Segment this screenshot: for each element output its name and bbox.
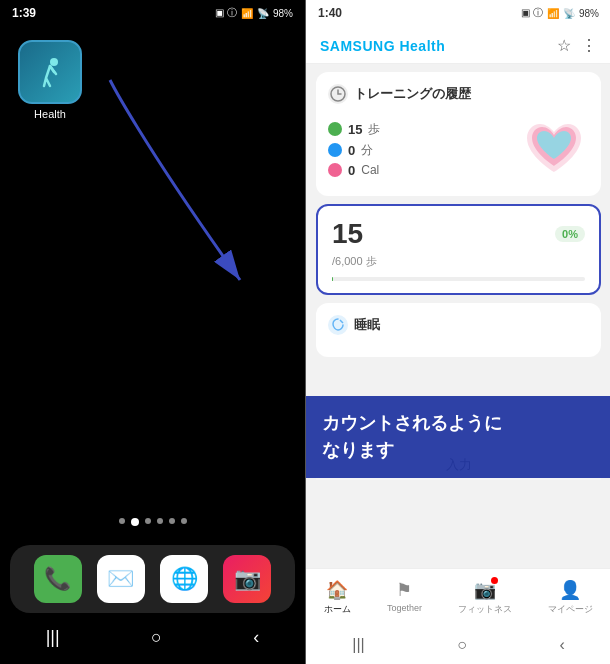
left-signal-icon: 📶 (241, 8, 253, 19)
steps-progress-fill (332, 277, 333, 281)
training-section: トレーニングの履歴 15 歩 0 分 0 (316, 72, 601, 196)
left-wifi-icon: 📡 (257, 8, 269, 19)
together-tab-icon: ⚑ (396, 579, 412, 601)
sleep-section-header: 睡眠 (328, 315, 589, 335)
health-text: Health (395, 38, 445, 54)
minutes-unit: 分 (361, 142, 373, 159)
nav-tab-home[interactable]: 🏠 ホーム (318, 577, 357, 618)
steps-progress-row: 15 0% (332, 218, 585, 250)
left-dock: 📞 ✉️ 🌐 📷 ||| ○ ‹ (0, 545, 305, 664)
right-signal-icon: 📶 (547, 8, 559, 19)
calories-dot (328, 163, 342, 177)
star-icon[interactable]: ☆ (557, 36, 571, 55)
right-nav-recent[interactable]: ||| (338, 634, 378, 656)
right-system-nav: ||| ○ ‹ (306, 628, 610, 664)
right-status-bar: 1:40 ▣ ⓘ 📶 📡 98% (306, 0, 610, 26)
minutes-dot (328, 143, 342, 157)
right-nav-home[interactable]: ○ (443, 634, 481, 656)
training-section-icon (328, 84, 348, 104)
annotation-overlay: カウントされるようになります (306, 396, 610, 478)
right-bottom-nav: 🏠 ホーム ⚑ Together 📷 フィットネス 👤 マイページ (306, 568, 610, 628)
steps-value: 15 (348, 122, 362, 137)
annotation-text: カウントされるようになります (322, 413, 502, 460)
left-battery: 98% (273, 8, 293, 19)
steps-dot (328, 122, 342, 136)
right-wifi-icon: 📡 (563, 8, 575, 19)
heart-graphic (519, 114, 589, 184)
calories-stat-row: 0 Cal (328, 163, 519, 178)
right-battery: 98% (579, 8, 599, 19)
left-nav-back[interactable]: ‹ (237, 623, 275, 652)
sleep-section-icon (328, 315, 348, 335)
right-status-icons: ▣ ⓘ 📶 📡 98% (521, 6, 599, 20)
left-notification-icons: ▣ ⓘ (215, 6, 237, 20)
nav-tab-mypage[interactable]: 👤 マイページ (542, 577, 599, 618)
right-notification-icons: ▣ ⓘ (521, 6, 543, 20)
nav-tab-together[interactable]: ⚑ Together (381, 577, 428, 618)
sleep-section: 睡眠 (316, 303, 601, 357)
heart-svg (519, 114, 589, 184)
dot-3 (145, 518, 151, 524)
training-section-header: トレーニングの履歴 (328, 84, 589, 104)
fitness-tab-icon: 📷 (474, 579, 496, 601)
health-app-graphic (30, 52, 70, 92)
calories-value: 0 (348, 163, 355, 178)
steps-unit: 歩 (368, 121, 380, 138)
dot-5 (169, 518, 175, 524)
left-nav-home[interactable]: ○ (135, 623, 178, 652)
dot-6 (181, 518, 187, 524)
page-dots (0, 510, 305, 534)
arrow-pointer (80, 60, 280, 340)
training-section-title: トレーニングの履歴 (354, 85, 471, 103)
left-panel: 1:39 ▣ ⓘ 📶 📡 98% Health (0, 0, 305, 664)
fitness-tab-label: フィットネス (458, 603, 512, 616)
dock-camera-app[interactable]: 📷 (223, 555, 271, 603)
minutes-stat-row: 0 分 (328, 142, 519, 159)
right-nav-back[interactable]: ‹ (545, 634, 578, 656)
dot-2 (131, 518, 139, 526)
samsung-text: SAMSUNG (320, 38, 395, 54)
right-app-header: SAMSUNG Health ☆ ⋮ (306, 26, 610, 64)
nav-tab-fitness[interactable]: 📷 フィットネス (452, 577, 518, 618)
steps-percent-badge: 0% (555, 226, 585, 242)
left-nav-bar: ||| ○ ‹ (0, 613, 305, 664)
app-dock: 📞 ✉️ 🌐 📷 (10, 545, 295, 613)
dock-mail-app[interactable]: ✉️ (97, 555, 145, 603)
left-time: 1:39 (12, 6, 36, 20)
health-app-icon[interactable]: Health (14, 40, 86, 130)
left-status-icons: ▣ ⓘ 📶 📡 98% (215, 6, 293, 20)
steps-progress-bar (332, 277, 585, 281)
app-title: SAMSUNG Health (320, 38, 445, 54)
home-tab-icon: 🏠 (326, 579, 348, 601)
health-icon-box (18, 40, 82, 104)
svg-point-1 (50, 58, 58, 66)
dot-1 (119, 518, 125, 524)
steps-main-value: 15 (332, 218, 363, 250)
minutes-value: 0 (348, 143, 355, 158)
steps-stat-row: 15 歩 (328, 121, 519, 138)
left-status-bar: 1:39 ▣ ⓘ 📶 📡 98% (0, 0, 305, 26)
health-app-label: Health (34, 108, 66, 120)
sleep-section-title: 睡眠 (354, 316, 380, 334)
training-body: 15 歩 0 分 0 Cal (328, 114, 589, 184)
home-tab-label: ホーム (324, 603, 351, 616)
together-tab-label: Together (387, 603, 422, 613)
more-options-icon[interactable]: ⋮ (581, 36, 597, 55)
calories-unit: Cal (361, 163, 379, 177)
right-panel: 1:40 ▣ ⓘ 📶 📡 98% SAMSUNG Health ☆ ⋮ トレーニ… (306, 0, 610, 664)
dock-chrome-app[interactable]: 🌐 (160, 555, 208, 603)
dock-phone-app[interactable]: 📞 (34, 555, 82, 603)
steps-detail-card[interactable]: 15 0% /6,000 歩 (316, 204, 601, 295)
steps-goal-text: /6,000 歩 (332, 254, 585, 269)
right-time: 1:40 (318, 6, 342, 20)
right-content-area: トレーニングの履歴 15 歩 0 分 0 (306, 64, 610, 568)
dot-4 (157, 518, 163, 524)
training-stats: 15 歩 0 分 0 Cal (328, 121, 519, 178)
header-action-icons: ☆ ⋮ (557, 36, 597, 55)
mypage-tab-icon: 👤 (559, 579, 581, 601)
left-nav-recent[interactable]: ||| (30, 623, 76, 652)
mypage-tab-label: マイページ (548, 603, 593, 616)
